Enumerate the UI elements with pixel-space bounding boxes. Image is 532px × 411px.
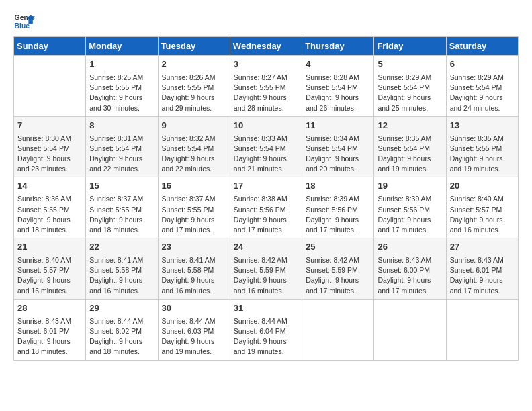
calendar-cell: 7Sunrise: 8:30 AM Sunset: 5:54 PM Daylig… [14,116,86,177]
week-row-2: 7Sunrise: 8:30 AM Sunset: 5:54 PM Daylig… [14,116,519,177]
day-number: 19 [378,180,442,193]
day-number: 21 [17,241,82,254]
weekday-header-row: SundayMondayTuesdayWednesdayThursdayFrid… [14,37,519,56]
day-number: 14 [17,180,82,193]
day-info: Sunrise: 8:44 AM Sunset: 6:03 PM Dayligh… [162,316,226,357]
calendar-cell: 16Sunrise: 8:37 AM Sunset: 5:55 PM Dayli… [158,177,230,238]
day-number: 4 [306,58,370,71]
calendar-cell: 27Sunrise: 8:43 AM Sunset: 6:01 PM Dayli… [446,238,518,300]
day-number: 12 [378,120,442,132]
day-info: Sunrise: 8:35 AM Sunset: 5:55 PM Dayligh… [450,134,515,175]
day-info: Sunrise: 8:27 AM Sunset: 5:55 PM Dayligh… [234,73,298,113]
weekday-header-thursday: Thursday [302,37,374,56]
calendar-cell: 2Sunrise: 8:26 AM Sunset: 5:55 PM Daylig… [158,56,230,117]
day-info: Sunrise: 8:32 AM Sunset: 5:54 PM Dayligh… [162,134,226,175]
calendar-cell: 4Sunrise: 8:28 AM Sunset: 5:54 PM Daylig… [302,56,374,117]
day-number: 30 [162,302,226,315]
day-info: Sunrise: 8:39 AM Sunset: 5:56 PM Dayligh… [306,194,370,235]
week-row-4: 21Sunrise: 8:40 AM Sunset: 5:57 PM Dayli… [14,238,519,300]
calendar-cell: 5Sunrise: 8:29 AM Sunset: 5:54 PM Daylig… [374,56,446,117]
calendar-cell: 23Sunrise: 8:41 AM Sunset: 5:58 PM Dayli… [158,238,230,300]
logo: General Blue [13,11,35,32]
day-number: 13 [450,120,515,132]
day-number: 9 [162,120,226,132]
day-number: 16 [162,180,226,193]
week-row-5: 28Sunrise: 8:43 AM Sunset: 6:01 PM Dayli… [14,299,519,360]
calendar-cell: 22Sunrise: 8:41 AM Sunset: 5:58 PM Dayli… [86,238,158,300]
calendar-cell: 29Sunrise: 8:44 AM Sunset: 6:02 PM Dayli… [86,299,158,360]
weekday-header-sunday: Sunday [14,37,86,56]
week-row-3: 14Sunrise: 8:36 AM Sunset: 5:55 PM Dayli… [14,177,519,238]
day-info: Sunrise: 8:40 AM Sunset: 5:57 PM Dayligh… [450,194,515,235]
calendar-cell: 18Sunrise: 8:39 AM Sunset: 5:56 PM Dayli… [302,177,374,238]
day-info: Sunrise: 8:36 AM Sunset: 5:55 PM Dayligh… [17,194,82,235]
calendar-cell: 3Sunrise: 8:27 AM Sunset: 5:55 PM Daylig… [230,56,302,117]
week-row-1: 1Sunrise: 8:25 AM Sunset: 5:55 PM Daylig… [14,56,519,117]
day-number: 15 [89,180,154,193]
day-info: Sunrise: 8:39 AM Sunset: 5:56 PM Dayligh… [378,194,442,235]
day-info: Sunrise: 8:44 AM Sunset: 6:04 PM Dayligh… [234,316,298,357]
day-info: Sunrise: 8:40 AM Sunset: 5:57 PM Dayligh… [17,255,82,296]
day-info: Sunrise: 8:42 AM Sunset: 5:59 PM Dayligh… [306,255,370,296]
day-info: Sunrise: 8:37 AM Sunset: 5:55 PM Dayligh… [162,194,226,235]
day-number: 24 [234,241,298,254]
calendar-cell: 20Sunrise: 8:40 AM Sunset: 5:57 PM Dayli… [446,177,518,238]
day-number: 3 [234,58,298,71]
day-number: 29 [89,302,154,315]
calendar-table: SundayMondayTuesdayWednesdayThursdayFrid… [13,36,519,361]
day-info: Sunrise: 8:26 AM Sunset: 5:55 PM Dayligh… [162,73,226,113]
weekday-header-friday: Friday [374,37,446,56]
day-number: 26 [378,241,442,254]
day-info: Sunrise: 8:41 AM Sunset: 5:58 PM Dayligh… [89,255,154,296]
weekday-header-saturday: Saturday [446,37,518,56]
day-number: 6 [450,58,515,71]
day-info: Sunrise: 8:28 AM Sunset: 5:54 PM Dayligh… [306,73,370,113]
day-number: 1 [89,58,154,71]
calendar-cell: 15Sunrise: 8:37 AM Sunset: 5:55 PM Dayli… [86,177,158,238]
day-info: Sunrise: 8:29 AM Sunset: 5:54 PM Dayligh… [450,73,515,113]
calendar-cell: 10Sunrise: 8:33 AM Sunset: 5:54 PM Dayli… [230,116,302,177]
logo-icon: General Blue [13,11,35,32]
calendar-cell: 19Sunrise: 8:39 AM Sunset: 5:56 PM Dayli… [374,177,446,238]
weekday-header-monday: Monday [86,37,158,56]
calendar-cell: 9Sunrise: 8:32 AM Sunset: 5:54 PM Daylig… [158,116,230,177]
day-info: Sunrise: 8:37 AM Sunset: 5:55 PM Dayligh… [89,194,154,235]
day-info: Sunrise: 8:38 AM Sunset: 5:56 PM Dayligh… [234,194,298,235]
day-number: 28 [17,302,82,315]
day-number: 7 [17,120,82,132]
day-number: 25 [306,241,370,254]
calendar-cell: 30Sunrise: 8:44 AM Sunset: 6:03 PM Dayli… [158,299,230,360]
calendar-cell: 12Sunrise: 8:35 AM Sunset: 5:54 PM Dayli… [374,116,446,177]
calendar-cell: 28Sunrise: 8:43 AM Sunset: 6:01 PM Dayli… [14,299,86,360]
calendar-cell [302,299,374,360]
day-number: 11 [306,120,370,132]
calendar-cell: 8Sunrise: 8:31 AM Sunset: 5:54 PM Daylig… [86,116,158,177]
day-info: Sunrise: 8:31 AM Sunset: 5:54 PM Dayligh… [89,134,154,175]
calendar-cell: 6Sunrise: 8:29 AM Sunset: 5:54 PM Daylig… [446,56,518,117]
day-number: 8 [89,120,154,132]
calendar-cell [14,56,86,117]
weekday-header-wednesday: Wednesday [230,37,302,56]
day-number: 10 [234,120,298,132]
day-number: 5 [378,58,442,71]
day-info: Sunrise: 8:25 AM Sunset: 5:55 PM Dayligh… [89,73,154,113]
calendar-body: 1Sunrise: 8:25 AM Sunset: 5:55 PM Daylig… [14,56,519,361]
calendar-cell: 25Sunrise: 8:42 AM Sunset: 5:59 PM Dayli… [302,238,374,300]
calendar-cell: 31Sunrise: 8:44 AM Sunset: 6:04 PM Dayli… [230,299,302,360]
calendar-cell: 11Sunrise: 8:34 AM Sunset: 5:54 PM Dayli… [302,116,374,177]
day-info: Sunrise: 8:35 AM Sunset: 5:54 PM Dayligh… [378,134,442,175]
day-info: Sunrise: 8:30 AM Sunset: 5:54 PM Dayligh… [17,134,82,175]
calendar-cell [446,299,518,360]
calendar-cell [374,299,446,360]
day-info: Sunrise: 8:34 AM Sunset: 5:54 PM Dayligh… [306,134,370,175]
day-info: Sunrise: 8:33 AM Sunset: 5:54 PM Dayligh… [234,134,298,175]
day-info: Sunrise: 8:42 AM Sunset: 5:59 PM Dayligh… [234,255,298,296]
day-info: Sunrise: 8:43 AM Sunset: 6:01 PM Dayligh… [450,255,515,296]
day-info: Sunrise: 8:29 AM Sunset: 5:54 PM Dayligh… [378,73,442,113]
day-info: Sunrise: 8:43 AM Sunset: 6:01 PM Dayligh… [17,316,82,357]
calendar-cell: 1Sunrise: 8:25 AM Sunset: 5:55 PM Daylig… [86,56,158,117]
day-info: Sunrise: 8:43 AM Sunset: 6:00 PM Dayligh… [378,255,442,296]
svg-text:Blue: Blue [15,22,30,30]
calendar-cell: 14Sunrise: 8:36 AM Sunset: 5:55 PM Dayli… [14,177,86,238]
calendar-cell: 21Sunrise: 8:40 AM Sunset: 5:57 PM Dayli… [14,238,86,300]
